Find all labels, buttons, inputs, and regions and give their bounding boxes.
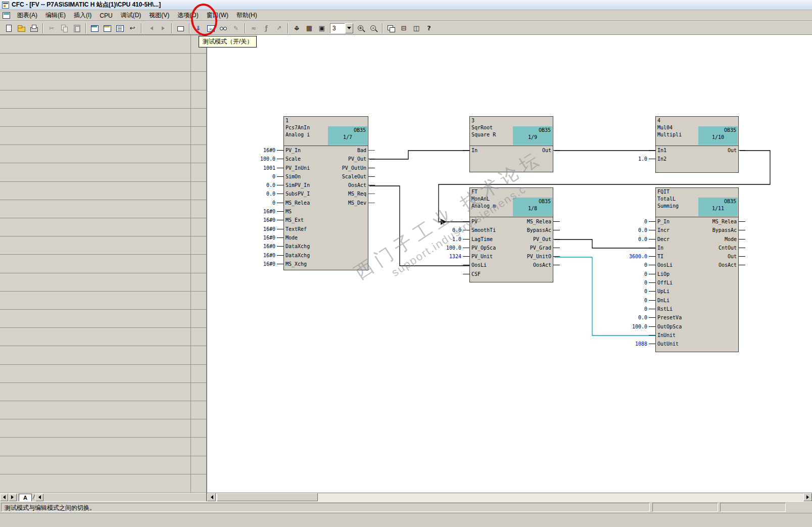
output-pin[interactable]: BypassAc [527, 226, 551, 234]
input-pin[interactable]: MS_Xchg [285, 260, 307, 268]
input-pin-stub[interactable] [463, 256, 469, 257]
output-pin-stub[interactable] [739, 150, 745, 151]
input-pin[interactable]: PV [471, 217, 477, 226]
output-pin-stub[interactable] [368, 194, 375, 194]
output-pin[interactable]: OosAct [533, 261, 551, 269]
input-pin-stub[interactable] [649, 282, 655, 283]
scrollbar-track[interactable] [216, 493, 803, 501]
input-pin-stub[interactable] [463, 265, 469, 265]
input-pin[interactable]: TextRef [285, 225, 307, 233]
menu-item-4[interactable]: 调试(D) [117, 10, 146, 21]
overview-cell[interactable] [0, 163, 191, 181]
output-pin[interactable]: BypassAc [712, 226, 737, 234]
pin-value[interactable]: 100.0 [446, 244, 461, 252]
download-button[interactable] [192, 23, 204, 34]
pin-value[interactable]: 0.0 [638, 235, 647, 244]
input-pin[interactable]: Mode [285, 233, 298, 242]
input-pin-stub[interactable] [649, 230, 655, 230]
block-Pcs7AnIn[interactable]: 1Pcs7AnInAnalog iOB351/7PV_In16#0BadScal… [283, 116, 368, 270]
input-pin-stub[interactable] [649, 344, 655, 344]
output-pin-stub[interactable] [739, 221, 745, 222]
output-pin[interactable]: Out [728, 146, 737, 155]
block-TotalL[interactable]: FQITTotalLSummingOB351/11P_In0MS_ReleaIn… [655, 187, 739, 352]
scroll-left-button[interactable] [207, 493, 216, 501]
scrollbar-thumb[interactable] [217, 493, 318, 501]
pin-value[interactable]: 1324 [449, 252, 461, 261]
input-pin-stub[interactable] [277, 220, 283, 220]
input-pin-stub[interactable] [463, 248, 469, 248]
cascade-windows-button[interactable] [385, 23, 397, 34]
input-pin-stub[interactable] [649, 239, 655, 239]
chart-reference-data-button[interactable] [114, 23, 126, 34]
input-pin-stub[interactable] [277, 246, 283, 247]
input-pin[interactable]: MS [285, 207, 292, 216]
overview-cell[interactable] [0, 456, 191, 474]
input-pin[interactable]: OosLi [471, 261, 487, 269]
input-pin[interactable]: SimOn [285, 172, 301, 181]
output-pin[interactable]: MS_Req [348, 189, 366, 198]
output-pin-stub[interactable] [553, 230, 560, 230]
task-badge[interactable]: OB351/7 [328, 126, 367, 145]
output-pin[interactable]: ScaleOut [342, 172, 366, 181]
input-pin[interactable]: PV_InUni [285, 164, 310, 172]
zoom-level-combo[interactable]: 3 [330, 23, 353, 33]
input-pin-stub[interactable] [649, 291, 655, 292]
block-Mul04[interactable]: 4Mul04MultipliOB351/10In1OutIn21.0 [655, 116, 739, 173]
output-pin[interactable]: PV_OutUn [342, 164, 366, 172]
tile-vertical-button[interactable] [410, 23, 422, 34]
overview-cell[interactable] [0, 419, 191, 437]
chart-window-icon[interactable] [3, 12, 10, 19]
scroll-right-button[interactable] [803, 493, 812, 501]
zoom-out-button[interactable] [367, 23, 379, 34]
input-pin[interactable]: MS_Relea [285, 199, 310, 207]
pin-value[interactable]: 1.0 [452, 235, 461, 244]
output-pin-stub[interactable] [368, 203, 375, 203]
input-pin-stub[interactable] [277, 237, 283, 238]
block-MonAnL[interactable]: FTMonAnLAnalog mOB351/8PVMS_ReleaSmoothT… [469, 187, 553, 282]
overview-cell[interactable] [0, 127, 191, 145]
overview-cell[interactable] [0, 182, 191, 200]
input-pin-stub[interactable] [649, 256, 655, 257]
input-pin[interactable]: Scale [285, 155, 301, 163]
output-pin-stub[interactable] [739, 230, 745, 230]
output-pin[interactable]: Mode [725, 235, 737, 244]
input-pin[interactable]: RstLi [657, 305, 673, 313]
overview-cell[interactable] [0, 90, 191, 108]
overview-button[interactable] [303, 23, 315, 34]
pin-value[interactable]: 0 [644, 296, 647, 305]
input-pin-stub[interactable] [649, 265, 655, 265]
jump-back-button[interactable] [126, 23, 138, 34]
chart-canvas[interactable]: 西门子工业 技术论坛 support.industry.siemens.c 1P… [207, 35, 812, 493]
print-button[interactable] [28, 23, 40, 34]
open-partner-chart-button[interactable] [88, 23, 101, 34]
pin-value[interactable]: 16#0 [263, 242, 275, 251]
output-pin[interactable]: Bad [357, 146, 366, 155]
input-pin[interactable]: In1 [657, 146, 666, 155]
input-pin-stub[interactable] [649, 248, 655, 248]
input-pin-stub[interactable] [277, 168, 283, 168]
tile-horizontal-button[interactable] [398, 23, 410, 34]
output-pin-stub[interactable] [553, 221, 560, 222]
input-pin[interactable]: In [471, 146, 477, 155]
output-pin-stub[interactable] [368, 159, 375, 159]
overview-cell[interactable] [0, 474, 191, 492]
output-pin[interactable]: MS_Relea [712, 217, 737, 226]
input-pin-stub[interactable] [649, 221, 655, 222]
input-pin[interactable]: Decr [657, 235, 670, 244]
pin-value[interactable]: 3600.0 [629, 252, 647, 261]
menu-item-2[interactable]: 插入(I) [70, 10, 95, 21]
output-pin-stub[interactable] [739, 248, 745, 248]
pin-value[interactable]: 0 [644, 217, 647, 226]
input-pin-stub[interactable] [277, 185, 283, 185]
overview-cell[interactable] [0, 365, 191, 382]
horizontal-scrollbar[interactable] [207, 493, 812, 501]
input-pin[interactable]: DnLi [657, 296, 670, 305]
input-pin[interactable]: PV_In [285, 146, 301, 155]
input-pin-stub[interactable] [649, 335, 655, 336]
input-pin-stub[interactable] [277, 150, 283, 151]
overview-cell[interactable] [0, 200, 191, 218]
output-pin[interactable]: MS_Relea [527, 217, 551, 226]
runtime-editor-button[interactable] [101, 23, 113, 34]
output-pin-stub[interactable] [553, 248, 560, 248]
input-pin[interactable]: LagTime [471, 235, 493, 244]
